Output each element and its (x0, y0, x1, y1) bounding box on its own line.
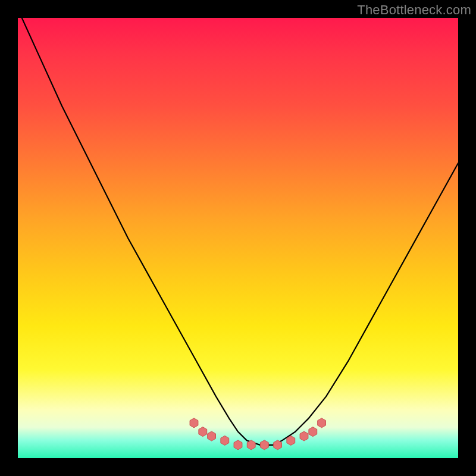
marker-point (300, 431, 308, 441)
marker-group (190, 418, 325, 450)
marker-point (208, 431, 216, 441)
marker-point (309, 427, 317, 437)
marker-point (274, 440, 282, 450)
marker-point (190, 418, 198, 428)
chart-overlay (18, 18, 458, 458)
marker-point (221, 436, 229, 445)
marker-point (247, 440, 255, 450)
plot-area (18, 18, 458, 458)
marker-point (234, 440, 242, 450)
chart-frame: TheBottleneck.com (0, 0, 476, 476)
marker-point (199, 427, 207, 437)
marker-point (261, 440, 269, 450)
bottleneck-curve (18, 18, 458, 445)
marker-point (287, 436, 295, 445)
watermark-text: TheBottleneck.com (357, 2, 471, 18)
marker-point (318, 418, 326, 428)
